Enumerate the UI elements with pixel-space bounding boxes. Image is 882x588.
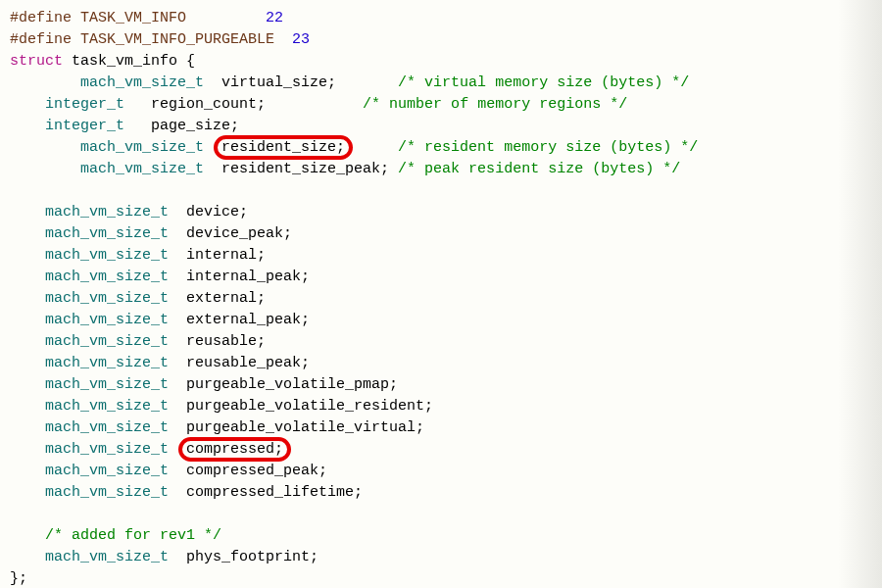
- field-name: device;: [186, 204, 248, 220]
- field-name: external_peak;: [186, 312, 310, 328]
- type-name: integer_t: [45, 118, 124, 134]
- preproc-directive: #define: [10, 10, 80, 26]
- macro-value: 22: [266, 10, 283, 26]
- field-name: purgeable_volatile_resident;: [186, 398, 433, 415]
- type-name: mach_vm_size_t: [45, 355, 169, 371]
- type-name: mach_vm_size_t: [45, 441, 169, 458]
- type-name: mach_vm_size_t: [45, 398, 169, 415]
- field-name: internal;: [186, 247, 266, 264]
- struct-name: task_vm_info: [72, 53, 177, 70]
- field-name: resident_size;: [221, 139, 345, 156]
- field-name: reusable;: [186, 333, 266, 350]
- field-name: region_count;: [151, 96, 266, 113]
- type-name: mach_vm_size_t: [45, 549, 169, 565]
- struct-close: };: [10, 570, 27, 587]
- field-name: purgeable_volatile_pmap;: [186, 376, 398, 393]
- type-name: mach_vm_size_t: [45, 204, 169, 220]
- field-name: virtual_size;: [221, 74, 336, 91]
- type-name: mach_vm_size_t: [45, 247, 169, 264]
- comment: /* added for rev1 */: [45, 527, 221, 544]
- field-name: internal_peak;: [186, 269, 310, 285]
- type-name: mach_vm_size_t: [45, 269, 169, 285]
- type-name: mach_vm_size_t: [80, 161, 204, 177]
- type-name: integer_t: [45, 96, 124, 113]
- type-name: mach_vm_size_t: [45, 333, 169, 350]
- field-name: phys_footprint;: [186, 549, 318, 565]
- type-name: mach_vm_size_t: [80, 74, 204, 91]
- type-name: mach_vm_size_t: [45, 290, 169, 307]
- type-name: mach_vm_size_t: [45, 376, 169, 393]
- type-name: mach_vm_size_t: [80, 139, 204, 156]
- field-name: device_peak;: [186, 225, 292, 242]
- macro-value: 23: [292, 31, 310, 48]
- field-name: purgeable_volatile_virtual;: [186, 419, 424, 436]
- type-name: mach_vm_size_t: [45, 484, 169, 501]
- type-name: mach_vm_size_t: [45, 419, 169, 436]
- field-name: compressed;: [186, 441, 283, 458]
- macro-name: TASK_VM_INFO_PURGEABLE: [80, 31, 274, 48]
- type-name: mach_vm_size_t: [45, 312, 169, 328]
- comment: /* number of memory regions */: [363, 96, 627, 113]
- field-name: reusable_peak;: [186, 355, 310, 371]
- field-name: page_size;: [151, 118, 239, 134]
- field-name: resident_size_peak;: [221, 161, 389, 177]
- macro-name: TASK_VM_INFO: [80, 10, 186, 26]
- preproc-directive: #define: [10, 31, 80, 48]
- code-block: #define TASK_VM_INFO 22 #define TASK_VM_…: [0, 0, 882, 588]
- comment: /* virtual memory size (bytes) */: [398, 74, 689, 91]
- comment: /* peak resident size (bytes) */: [398, 161, 680, 177]
- type-name: mach_vm_size_t: [45, 225, 169, 242]
- field-name: compressed_peak;: [186, 463, 327, 479]
- type-name: mach_vm_size_t: [45, 463, 169, 479]
- field-name: compressed_lifetime;: [186, 484, 363, 501]
- comment: /* resident memory size (bytes) */: [398, 139, 698, 156]
- struct-keyword: struct: [10, 53, 63, 70]
- field-name: external;: [186, 290, 266, 307]
